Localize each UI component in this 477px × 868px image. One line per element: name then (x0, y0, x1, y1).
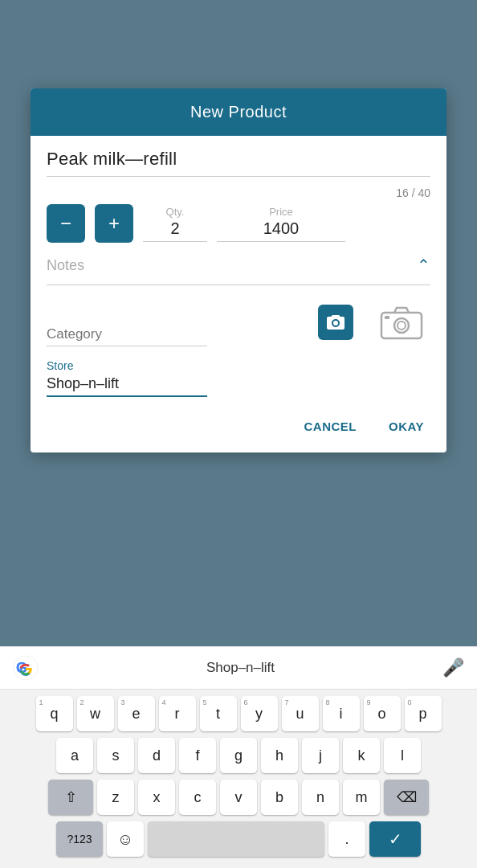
key-z[interactable]: z (97, 780, 134, 815)
svg-point-3 (398, 321, 406, 330)
key-k[interactable]: k (343, 738, 380, 773)
key-q[interactable]: 1q (36, 696, 73, 731)
modal-title: New Product (190, 103, 287, 121)
camera-icons-row (318, 298, 430, 346)
char-count: 16 / 40 (47, 186, 430, 199)
key-d[interactable]: d (138, 738, 175, 773)
svg-point-2 (394, 318, 409, 333)
qty-field: Qty. (143, 206, 207, 242)
key-f[interactable]: f (179, 738, 216, 773)
qty-label: Qty. (166, 206, 185, 218)
plus-button[interactable]: + (95, 204, 133, 243)
notes-section: Notes ⌃ (47, 256, 430, 285)
store-input-row (47, 375, 430, 397)
store-label: Store (47, 359, 430, 372)
key-j[interactable]: j (302, 738, 339, 773)
keyboard-input-display: Shop–n–lift (48, 660, 433, 676)
category-camera-row (47, 298, 430, 346)
key-c[interactable]: c (179, 780, 216, 815)
key-row-4: ?123 ☺ . ✓ (3, 821, 474, 865)
key-b[interactable]: b (261, 780, 298, 815)
store-section: Store (47, 359, 430, 397)
okay-button[interactable]: OKAY (382, 416, 430, 436)
key-u[interactable]: 7u (282, 696, 319, 731)
category-field (47, 326, 207, 346)
svg-rect-4 (385, 316, 389, 319)
enter-key[interactable]: ✓ (369, 821, 421, 857)
cancel-button[interactable]: CANCEL (298, 416, 364, 436)
emoji-key[interactable]: ☺ (107, 821, 144, 857)
new-product-modal: New Product Peak milk—refill 16 / 40 − +… (31, 88, 446, 452)
key-a[interactable]: a (56, 738, 93, 773)
key-l[interactable]: l (384, 738, 421, 773)
category-input[interactable] (47, 326, 207, 346)
modal-body: Peak milk—refill 16 / 40 − + Qty. Price (31, 136, 446, 452)
camera-blue-button[interactable] (318, 305, 353, 340)
key-rows: 1q 2w 3e 4r 5t 6y 7u 8i 9o 0p a s d f g … (0, 690, 477, 868)
store-input[interactable] (47, 375, 207, 397)
key-r[interactable]: 4r (159, 696, 196, 731)
key-s[interactable]: s (97, 738, 134, 773)
price-input[interactable] (217, 219, 345, 242)
camera-gray-icon (373, 298, 430, 346)
qty-price-row: − + Qty. Price (47, 204, 430, 243)
backspace-key[interactable]: ⌫ (384, 780, 429, 815)
key-t[interactable]: 5t (200, 696, 237, 731)
price-label: Price (269, 206, 293, 218)
price-field: Price (217, 206, 345, 242)
key-o[interactable]: 9o (364, 696, 401, 731)
action-row: CANCEL OKAY (47, 413, 430, 436)
shift-key[interactable]: ⇧ (48, 780, 93, 815)
key-y[interactable]: 6y (241, 696, 278, 731)
key-row-3: ⇧ z x c v b n m ⌫ (3, 780, 474, 815)
product-name-row: Peak milk—refill (47, 149, 430, 177)
key-row-2: a s d f g h j k l (3, 738, 474, 773)
google-bar: G G Shop–n–lift 🎤 (0, 647, 477, 690)
notes-row: Notes ⌃ (47, 256, 430, 275)
key-x[interactable]: x (138, 780, 175, 815)
counter-section: 16 / 40 − + Qty. Price (47, 186, 430, 243)
key-m[interactable]: m (343, 780, 380, 815)
minus-button[interactable]: − (47, 204, 85, 243)
svg-point-0 (333, 321, 338, 326)
keyboard-area: G G Shop–n–lift 🎤 1q 2w 3e 4r 5t 6y 7u 8… (0, 646, 477, 868)
mic-icon[interactable]: 🎤 (442, 657, 464, 678)
space-key[interactable] (148, 821, 324, 857)
google-logo-icon: G G (13, 655, 39, 681)
key-i[interactable]: 8i (323, 696, 360, 731)
key-e[interactable]: 3e (118, 696, 155, 731)
product-name: Peak milk—refill (47, 149, 177, 169)
notes-label: Notes (47, 257, 84, 274)
key-v[interactable]: v (220, 780, 257, 815)
chevron-up-icon[interactable]: ⌃ (417, 256, 430, 275)
key-n[interactable]: n (302, 780, 339, 815)
qty-input[interactable] (143, 219, 207, 242)
key-h[interactable]: h (261, 738, 298, 773)
key-w[interactable]: 2w (77, 696, 114, 731)
num-sym-key[interactable]: ?123 (56, 821, 103, 857)
period-key[interactable]: . (328, 821, 365, 857)
key-p[interactable]: 0p (405, 696, 442, 731)
key-g[interactable]: g (220, 738, 257, 773)
key-row-1: 1q 2w 3e 4r 5t 6y 7u 8i 9o 0p (3, 696, 474, 731)
modal-header: New Product (31, 88, 446, 136)
